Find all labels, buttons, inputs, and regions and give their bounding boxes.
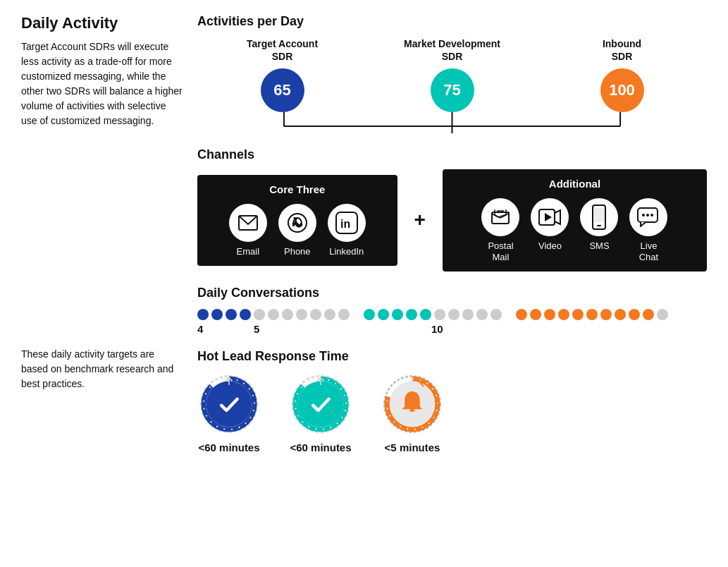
channel-linkedin: in LinkedIn: [328, 204, 366, 257]
additional-channels-box: Additional: [443, 169, 707, 271]
conversations-section: Daily Conversations: [197, 286, 707, 335]
dot: [240, 309, 251, 320]
svg-point-22: [642, 214, 645, 217]
timer-blue: <60 minutes: [197, 372, 261, 453]
clock-blue-svg: [197, 372, 261, 436]
dot: [296, 309, 307, 320]
dot: [406, 309, 417, 320]
dot: [629, 309, 640, 320]
livechat-icon: [629, 198, 667, 236]
phone-icon: [278, 204, 316, 242]
dot: [434, 309, 445, 320]
orange-dots-group: [516, 309, 668, 320]
email-label: Email: [237, 246, 260, 257]
dot: [643, 309, 654, 320]
sdr-circle-1: 75: [367, 68, 537, 112]
core-channels-title: Core Three: [269, 183, 325, 195]
dot: [338, 309, 350, 320]
timer-orange: <5 minutes: [381, 372, 444, 453]
dot: [364, 309, 375, 320]
timers-row: <60 minutes <60 minutes: [197, 372, 707, 453]
timer-teal: <60 minutes: [289, 372, 352, 453]
dot: [491, 309, 502, 320]
dots-label-10: 10: [431, 323, 443, 335]
dot: [586, 309, 598, 320]
teal-dots-group: [364, 309, 502, 320]
sdr-value-2: 100: [600, 68, 644, 112]
channel-livechat: LiveChat: [629, 198, 667, 262]
channel-postal: PostalMail: [481, 198, 519, 262]
sms-icon: [580, 198, 618, 236]
sdr-value-1: 75: [431, 68, 474, 112]
dot: [197, 309, 209, 320]
linkedin-icon: in: [328, 204, 366, 242]
daily-conversations-desc: These daily activity targets are based o…: [21, 347, 183, 391]
clock-teal-svg: [289, 372, 352, 436]
channels-title: Channels: [197, 147, 254, 162]
video-label: Video: [538, 240, 562, 252]
dot: [572, 309, 584, 320]
postal-label: PostalMail: [488, 240, 513, 262]
blue-dots-group: [197, 309, 350, 320]
dots-label-5: 5: [254, 323, 431, 335]
dot: [310, 309, 321, 320]
sdr-label-1: Market DevelopmentSDR: [367, 37, 537, 63]
sdr-circle-0: 65: [197, 68, 367, 112]
dot: [420, 309, 431, 320]
conversations-title: Daily Conversations: [197, 286, 707, 300]
hot-lead-title: Hot Lead Response Time: [197, 349, 707, 364]
dot: [211, 309, 223, 320]
phone-label: Phone: [284, 246, 311, 257]
postal-icon: [481, 198, 519, 236]
timer-orange-label: <5 minutes: [385, 441, 440, 453]
dots-labels: 4 5 10: [197, 323, 707, 335]
core-channels-box: Core Three Email: [197, 175, 397, 266]
hot-lead-section: Hot Lead Response Time: [197, 349, 707, 453]
connector-lines: [197, 112, 707, 133]
svg-point-23: [646, 214, 649, 217]
timer-blue-label: <60 minutes: [198, 441, 259, 453]
clock-orange-svg: [381, 372, 444, 436]
activities-title: Activities per Day: [197, 14, 707, 29]
additional-channels-title: Additional: [549, 178, 600, 190]
svg-rect-7: [292, 223, 295, 226]
sdr-label-0: Target AccountSDR: [197, 37, 367, 63]
dot: [544, 309, 555, 320]
email-icon: [229, 204, 267, 242]
dot: [476, 309, 488, 320]
channel-email: Email: [229, 204, 267, 257]
dot: [378, 309, 389, 320]
sdr-value-0: 65: [261, 68, 304, 112]
activities-section: Activities per Day Target AccountSDR Mar…: [197, 14, 707, 133]
dot: [282, 309, 293, 320]
svg-rect-20: [594, 209, 604, 221]
daily-activity-title: Daily Activity: [21, 14, 183, 32]
dot: [448, 309, 459, 320]
svg-point-32: [298, 381, 344, 427]
svg-rect-40: [409, 409, 414, 412]
channel-phone: Phone: [278, 204, 316, 257]
additional-channels-icons: PostalMail Video: [481, 198, 667, 262]
dot: [462, 309, 474, 320]
sdr-label-2: InboundSDR: [537, 37, 707, 63]
dot: [392, 309, 403, 320]
livechat-label: LiveChat: [639, 240, 658, 262]
svg-point-27: [210, 385, 248, 423]
dot: [600, 309, 612, 320]
linkedin-label: LinkedIn: [329, 246, 364, 257]
svg-point-24: [650, 214, 653, 217]
video-icon: [531, 198, 569, 236]
dot: [657, 309, 668, 320]
dot: [226, 309, 237, 320]
core-channels-icons: Email: [229, 204, 366, 257]
svg-text:in: in: [340, 218, 350, 230]
dot: [530, 309, 541, 320]
dot: [615, 309, 626, 320]
sdr-circle-2: 100: [537, 68, 707, 112]
daily-activity-text: Target Account SDRs will execute less ac…: [21, 39, 183, 128]
svg-rect-8: [300, 223, 302, 226]
dots-row: [197, 309, 707, 320]
dots-label-4: 4: [197, 323, 254, 335]
sms-label: SMS: [589, 240, 609, 252]
svg-rect-19: [597, 225, 601, 226]
